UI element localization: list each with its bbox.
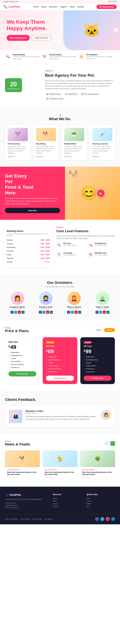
twitter-icon-3[interactable]: t [99, 311, 102, 314]
feature-icon-0: 🐾 [56, 242, 62, 248]
footer-col-0: Discover Home About Services Contact [53, 493, 81, 509]
badge-3: Pet Parent Of 2 Dogs [45, 97, 65, 100]
nav-home[interactable]: Home [33, 6, 39, 8]
promo-section: Get Every Pet Food & Tood Here. Lorem ip… [0, 167, 120, 220]
news-prev-button[interactable]: ‹ [105, 441, 109, 446]
card-img-2: 🥗 [64, 128, 84, 141]
pricing-header: Pricing Price & Plans. Yearly Monthly [5, 327, 115, 333]
nav-contact[interactable]: Contact [77, 6, 84, 8]
linkedin-icon-1[interactable]: in [50, 311, 53, 314]
nav-services[interactable]: Services ▾ [49, 6, 58, 8]
service-title-0: Dog Boarding [13, 54, 41, 56]
groomer-role-1: Pet Groomer [33, 308, 58, 310]
facebook-icon[interactable]: f [11, 311, 14, 314]
youtube-icon-1[interactable]: ▶ [46, 311, 49, 314]
card-img-0: ✂️ [8, 128, 28, 141]
card-title-0: Pet Grooming [8, 143, 28, 145]
news-next-button[interactable]: › [110, 441, 115, 446]
footer-privacy[interactable]: Privacy Policy [21, 518, 30, 520]
news-body-0: Like this article Share five Inspiration… [5, 467, 40, 480]
hero-prev-button[interactable]: ‹ [1, 28, 6, 33]
groomer-name-2: Hillyer D. Steward [62, 306, 87, 308]
plan-price-2: $ 99 [84, 349, 111, 354]
news-date-0: +987 876 876 S [7, 476, 38, 478]
footer-link-0-0[interactable]: Home [53, 498, 81, 499]
card-link-2[interactable]: Read More [64, 156, 84, 157]
hours-monday: Monday 9:00 - 10PM [7, 238, 50, 242]
feature-icon-2: ✂️ [56, 252, 62, 257]
footer-link-1-1[interactable]: Pricing [87, 500, 115, 502]
footer-linkedin-icon[interactable]: in [111, 517, 115, 521]
nav-about[interactable]: About [41, 6, 46, 8]
plan-feature-0-3: Custom Meals [9, 360, 36, 363]
nav-news[interactable]: News [70, 6, 75, 8]
footer-logo: 🐾 CarePets. [5, 493, 48, 496]
card-link-0[interactable]: Read More [8, 156, 28, 157]
promo-person-emoji: 😊 [81, 186, 97, 201]
card-img-3: 💉 [92, 128, 112, 141]
twitter-icon-1[interactable]: t [42, 311, 45, 314]
youtube-icon-3[interactable]: ▶ [103, 311, 106, 314]
plan-btn-0[interactable]: Purchase Now [9, 371, 36, 376]
plan-btn-1[interactable]: Purchase Now [46, 376, 74, 381]
footer-terms[interactable]: Terms & Conditions [5, 518, 18, 520]
phone-button[interactable]: +807 676 676 S [31, 35, 52, 41]
facebook-icon-2[interactable]: f [67, 311, 70, 314]
topbar-phone: +807 676 S [108, 1, 117, 2]
facebook-icon-3[interactable]: f [95, 311, 98, 314]
play-button[interactable]: ▶ [97, 190, 104, 197]
promo-body: Lorem ipsum dolor sit amet, consectetur … [5, 197, 60, 205]
service-card-2: 🥗 Healthy Meals Lorem ipsum dolor sit am… [61, 125, 87, 160]
services-cards-row: ✂️ Pet Grooming Lorem ipsum dolor sit am… [5, 125, 115, 160]
years-label: Years Experience [8, 88, 19, 90]
what-we-do-section: ✦ What We Do. ✂️ Pet Grooming Lorem ipsu… [0, 107, 120, 167]
youtube-icon[interactable]: ▶ [18, 311, 21, 314]
monthly-toggle[interactable]: Monthly [104, 328, 115, 332]
linkedin-icon-2[interactable]: in [78, 311, 81, 314]
footer-support[interactable]: Get Support [45, 518, 53, 520]
shop-now-button[interactable]: Shop Now [5, 208, 60, 213]
hero-next-button[interactable]: › [114, 28, 119, 33]
linkedin-icon[interactable]: in [22, 311, 25, 314]
yearly-toggle[interactable]: Yearly [94, 328, 103, 332]
youtube-icon-2[interactable]: ▶ [75, 311, 78, 314]
about-left: 20 Years Experience [5, 78, 40, 92]
card-img-1: 🐕 [36, 128, 56, 141]
footer-facebook-icon[interactable]: f [95, 517, 99, 521]
card-link-1[interactable]: Read More [36, 156, 56, 157]
nav-pages[interactable]: Pages ▾ [60, 6, 67, 8]
plan-feature-2-3: Custom Meals [84, 364, 111, 367]
footer-link-0-1[interactable]: About [53, 500, 81, 502]
news-date-2: +987 876 876 S [82, 476, 113, 478]
footer-link-0-3[interactable]: Contact [53, 506, 81, 507]
hero-section: We Keep Them Happy Anytime. Make Appoint… [0, 10, 120, 50]
linkedin-icon-3[interactable]: in [106, 311, 109, 314]
card-desc-1: Lorem ipsum dolor sit amet, consectetur … [36, 146, 56, 154]
features-grid: 🐾 Pet Care Get a valid solution. 💊 Pet M… [56, 242, 117, 259]
footer-link-0-2[interactable]: Services [53, 503, 81, 504]
footer-link-1-3[interactable]: Blog [87, 506, 115, 507]
nav-cta-button[interactable]: Get Appointment [96, 5, 117, 9]
feature-2: ✂️ Grooming Get a valid solution. [56, 252, 85, 259]
footer-refund[interactable]: Refund Policy [33, 518, 42, 520]
footer-link-1-2[interactable]: Gallery [87, 503, 115, 504]
card-title-1: Dog Sitting [36, 143, 56, 145]
plan-btn-2[interactable]: Purchase Now [84, 376, 111, 381]
footer-twitter-icon[interactable]: t [100, 517, 104, 521]
facebook-icon-1[interactable]: f [39, 311, 42, 314]
twitter-icon[interactable]: t [14, 311, 17, 314]
hours-wednesday: Wednesday 9:00 - 10PM [7, 246, 50, 249]
groomers-section: Our Groomers. Lorem ipsum dolor sit amet… [0, 274, 120, 320]
working-features-row: Working Hours. Lorem ipsum dolor sit ame… [0, 220, 120, 274]
card-link-3[interactable]: Read More [92, 156, 112, 157]
footer-instagram-icon[interactable]: 📷 [106, 517, 110, 521]
groomer-2: 👩‍🦰 Hillyer D. Steward Pet Groomer f t ▶… [62, 292, 87, 314]
twitter-icon-2[interactable]: t [71, 311, 74, 314]
news-category-2: Like this article [82, 469, 113, 470]
appointment-button[interactable]: Make Appointment [7, 35, 30, 41]
testimonial-secondary-avatar: 👩 [101, 410, 111, 420]
hours-saturday: Saturday 9:00 - 10PM [7, 256, 50, 260]
plan-feature-2-1: Sanitized&secure [84, 358, 111, 361]
plan-feature-0-0: Single Room [9, 351, 36, 354]
footer-link-1-0[interactable]: Team [87, 498, 115, 499]
